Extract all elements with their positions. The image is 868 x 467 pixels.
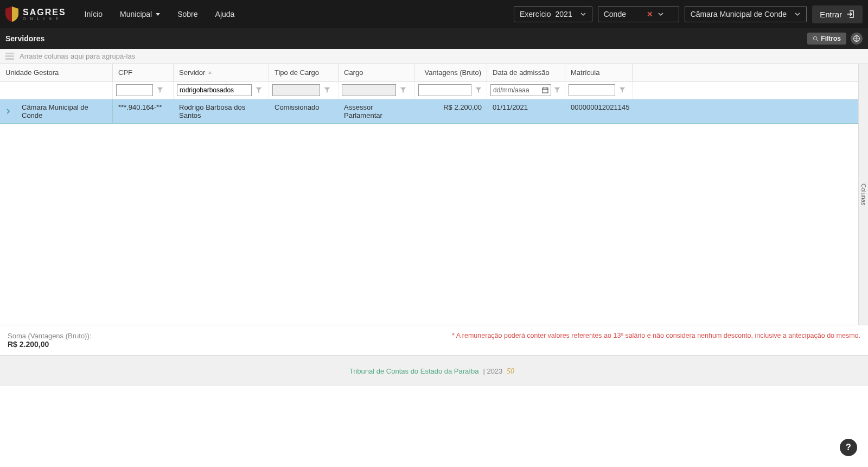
chevron-down-icon xyxy=(794,11,801,17)
top-nav: SAGRES O N L I N E Início Municipal Sobr… xyxy=(0,0,868,28)
columns-handle[interactable]: Colunas xyxy=(858,64,868,325)
logo[interactable]: SAGRES O N L I N E xyxy=(5,7,66,22)
cell-matricula: 000000012021145 xyxy=(565,99,633,123)
nav-items: Início Municipal Sobre Ajuda xyxy=(77,5,242,23)
clear-icon[interactable]: ✕ xyxy=(647,10,653,18)
data-grid: Unidade Gestora CPF Servidor Tipo de Car… xyxy=(0,64,858,325)
grid-header: Unidade Gestora CPF Servidor Tipo de Car… xyxy=(0,64,858,81)
summary-value: R$ 2.200,00 xyxy=(8,340,91,349)
filter-vantagens-btn[interactable] xyxy=(474,85,483,95)
funnel-icon xyxy=(256,87,261,93)
summary-bar: Soma (Vantagens (Bruto)): R$ 2.200,00 * … xyxy=(0,325,868,355)
svg-text:50: 50 xyxy=(507,367,514,375)
login-label: Entrar xyxy=(820,10,842,19)
login-icon xyxy=(846,10,855,18)
funnel-icon xyxy=(554,87,560,93)
municipio-value: Conde xyxy=(604,10,626,18)
col-matricula[interactable]: Matrícula xyxy=(565,64,633,81)
cell-cpf: ***.940.164-** xyxy=(113,99,174,123)
search-icon xyxy=(813,36,819,42)
summary-left: Soma (Vantagens (Bruto)): R$ 2.200,00 xyxy=(8,332,91,349)
filter-cargo-input xyxy=(342,84,396,96)
globe-icon xyxy=(853,35,860,42)
col-vantagens[interactable]: Vantagens (Bruto) xyxy=(414,64,487,81)
unidade-value: Câmara Municipal de Conde xyxy=(691,10,787,18)
filter-unidade xyxy=(0,81,113,99)
funnel-icon xyxy=(620,87,625,93)
sort-asc-icon xyxy=(207,70,213,75)
col-tipo[interactable]: Tipo de Cargo xyxy=(269,64,339,81)
filter-matricula-cell xyxy=(565,81,633,99)
nav-municipal-label: Municipal xyxy=(120,10,152,18)
anniversary-icon: 50 xyxy=(507,365,519,376)
shield-icon xyxy=(5,7,18,22)
caret-down-icon xyxy=(156,13,160,16)
nav-right: Exercício 2021 Conde ✕ Câmara Municipal … xyxy=(514,5,863,23)
filter-servidor-cell xyxy=(174,81,269,99)
footer-org[interactable]: Tribunal de Contas do Estado da Paraíba xyxy=(349,367,479,375)
col-unidade[interactable]: Unidade Gestora xyxy=(0,64,113,81)
calendar-icon xyxy=(542,87,548,93)
nav-municipal[interactable]: Municipal xyxy=(112,5,168,23)
exercicio-selector[interactable]: Exercício 2021 xyxy=(514,6,592,22)
filter-data-btn[interactable] xyxy=(553,85,561,95)
nav-inicio[interactable]: Início xyxy=(77,5,110,23)
funnel-icon xyxy=(476,87,481,93)
funnel-icon xyxy=(400,87,406,93)
page-title: Servidores xyxy=(5,34,44,43)
footer-year: | 2023 xyxy=(483,367,502,375)
filter-data-input[interactable]: dd/mm/aaaa xyxy=(490,84,551,96)
grid-empty-area xyxy=(0,124,858,325)
filtros-label: Filtros xyxy=(821,35,841,42)
group-panel-text: Arraste colunas aqui para agrupá-las xyxy=(20,52,135,60)
svg-point-0 xyxy=(814,36,817,40)
filter-cargo-btn[interactable] xyxy=(398,85,408,95)
municipio-selector[interactable]: Conde ✕ xyxy=(598,6,679,22)
globe-button[interactable] xyxy=(851,33,863,45)
filter-matricula-input[interactable] xyxy=(569,84,615,96)
brand-sub: O N L I N E xyxy=(23,17,66,21)
funnel-icon xyxy=(324,87,330,93)
col-data[interactable]: Data de admissão xyxy=(487,64,565,81)
filter-servidor-btn[interactable] xyxy=(254,85,264,95)
filter-data-cell: dd/mm/aaaa xyxy=(487,81,565,99)
col-servidor[interactable]: Servidor xyxy=(174,64,269,81)
nav-ajuda[interactable]: Ajuda xyxy=(208,5,242,23)
cell-data: 01/11/2021 xyxy=(487,99,565,123)
page-footer: Tribunal de Contas do Estado da Paraíba … xyxy=(0,355,868,386)
col-cargo[interactable]: Cargo xyxy=(339,64,414,81)
cell-cargo: Assessor Parlamentar xyxy=(339,99,414,123)
group-icon xyxy=(5,53,14,60)
filter-cargo-cell xyxy=(339,81,414,99)
group-panel[interactable]: Arraste colunas aqui para agrupá-las xyxy=(0,49,868,64)
filter-cpf-input[interactable] xyxy=(116,84,153,96)
subheader: Servidores Filtros xyxy=(0,28,868,49)
nav-sobre[interactable]: Sobre xyxy=(170,5,205,23)
filter-tipo-input xyxy=(272,84,320,96)
filter-cpf-btn[interactable] xyxy=(155,85,165,95)
filter-tipo-cell xyxy=(269,81,339,99)
svg-rect-4 xyxy=(5,58,14,60)
brand-name: SAGRES xyxy=(23,8,66,17)
date-placeholder: dd/mm/aaaa xyxy=(493,86,529,94)
chevron-down-icon xyxy=(658,11,664,17)
svg-rect-3 xyxy=(5,55,14,57)
unidade-selector[interactable]: Câmara Municipal de Conde xyxy=(685,6,807,22)
filter-servidor-input[interactable] xyxy=(177,84,252,96)
summary-label: Soma (Vantagens (Bruto)): xyxy=(8,332,91,340)
table-row[interactable]: Câmara Municipal de Conde ***.940.164-**… xyxy=(0,99,858,124)
filter-vantagens-input[interactable] xyxy=(418,84,471,96)
filter-matricula-btn[interactable] xyxy=(617,85,627,95)
filter-row: dd/mm/aaaa xyxy=(0,81,858,99)
col-servidor-label: Servidor xyxy=(179,68,205,77)
filter-tipo-btn[interactable] xyxy=(322,85,332,95)
col-cpf[interactable]: CPF xyxy=(113,64,174,81)
expand-button[interactable] xyxy=(0,99,16,123)
login-button[interactable]: Entrar xyxy=(812,5,863,23)
chevron-right-icon xyxy=(5,109,11,114)
filtros-button[interactable]: Filtros xyxy=(807,33,846,45)
svg-rect-2 xyxy=(5,53,14,54)
cell-unidade: Câmara Municipal de Conde xyxy=(16,99,113,123)
cell-tipo: Comissionado xyxy=(269,99,339,123)
summary-note: * A remuneração poderá conter valores re… xyxy=(452,332,860,339)
